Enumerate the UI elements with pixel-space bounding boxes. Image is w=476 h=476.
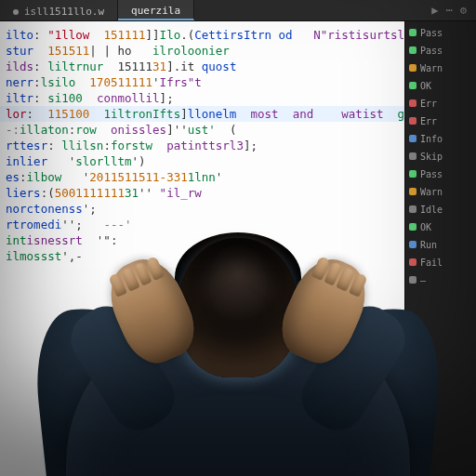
result-row[interactable]: Err [409,96,472,111]
result-row[interactable]: Skip [409,149,472,164]
tab-label: querzila [131,5,180,17]
result-row[interactable]: Fail [409,255,472,270]
code-line[interactable]: ilto: "1llow 151111]]Ilo.(CettirsItrn od… [0,27,404,43]
status-text: Err [420,99,437,109]
status-text: — [420,275,426,285]
code-line[interactable]: liers:(500111111131'' "il_rw [0,185,404,201]
status-swatch [409,64,416,72]
result-row[interactable]: OK [409,219,472,234]
result-row[interactable]: Pass [409,43,472,58]
status-swatch [409,170,416,178]
status-text: Fail [420,258,443,268]
code-line[interactable]: stur 151511| | ho ilroloonier [0,43,404,59]
code-editor[interactable]: ilto: "1llow 151111]]Ilo.(CettirsItrn od… [0,21,404,476]
status-text: Info [420,134,443,144]
result-row[interactable]: Warn [409,60,472,75]
status-swatch [409,276,416,284]
ide-window: isll1511llo.w querzila ▶ ⋯ ⚙ ilto: "1llo… [0,0,476,476]
result-row[interactable]: Pass [409,25,472,40]
status-text: Warn [420,63,443,73]
status-swatch [409,188,416,195]
status-text: OK [420,222,431,232]
status-swatch [409,82,416,89]
status-swatch [409,223,416,231]
code-line[interactable]: rttesr: llilsn:forstw patinttsrl3]; [0,138,404,153]
code-line[interactable]: ilds: liltrnur 1511131].it quost [0,59,404,74]
result-row[interactable]: Warn [409,184,472,199]
status-text: Warn [420,187,443,197]
status-swatch [409,117,416,125]
more-icon[interactable]: ⋯ [446,4,453,17]
code-line[interactable]: norctonenss'; [0,201,404,217]
result-row[interactable]: Info [409,131,472,146]
dirty-dot-icon [13,9,19,15]
code-line[interactable]: inlier 'slorlltm') [0,153,404,169]
status-swatch [409,258,416,266]
status-swatch [409,205,416,213]
run-icon[interactable]: ▶ [431,4,438,17]
status-swatch [409,46,416,54]
editor-tab-2[interactable]: querzila [118,0,194,20]
gear-icon[interactable]: ⚙ [460,4,467,17]
status-swatch [409,135,416,142]
status-text: Skip [420,152,443,162]
code-line[interactable]: iltr: si100 conmollil]; [0,90,404,106]
status-text: Run [420,240,437,250]
code-line[interactable]: -:illaton:row onissles]''ust' ( [0,122,404,138]
status-text: Pass [420,28,443,38]
status-text: Idle [420,205,443,215]
status-text: Pass [420,169,443,179]
status-text: Err [420,116,437,126]
tab-label: isll1511llo.w [24,6,104,18]
result-row[interactable]: Err [409,113,472,128]
code-line[interactable]: es:ilbow '2011511511-3311lnn' [0,169,404,185]
code-line[interactable]: nerr:lsilo 170511111'Ifrs"t [0,74,404,90]
editor-tab-1[interactable]: isll1511llo.w [0,0,118,20]
status-text: OK [420,81,431,91]
code-line[interactable]: rtromedi''; ---' [0,217,404,232]
result-row[interactable]: Pass [409,166,472,181]
status-swatch [409,152,416,160]
result-row[interactable]: — [409,272,472,287]
code-line[interactable]: ilmossst',- [0,248,404,264]
status-swatch [409,29,416,36]
code-line[interactable]: intisnessrt '": [0,232,404,248]
result-row[interactable]: OK [409,78,472,93]
result-row[interactable]: Run [409,237,472,252]
code-line[interactable]: lor: 115100 1iltronIfts]llonelm most and… [0,106,404,122]
status-swatch [409,241,416,248]
tab-bar: isll1511llo.w querzila ▶ ⋯ ⚙ [0,0,476,21]
status-swatch [409,99,416,107]
result-row[interactable]: Idle [409,202,472,217]
test-results-panel: PassPassWarnOKErrErrInfoSkipPassWarnIdle… [404,21,476,476]
status-text: Pass [420,46,443,56]
